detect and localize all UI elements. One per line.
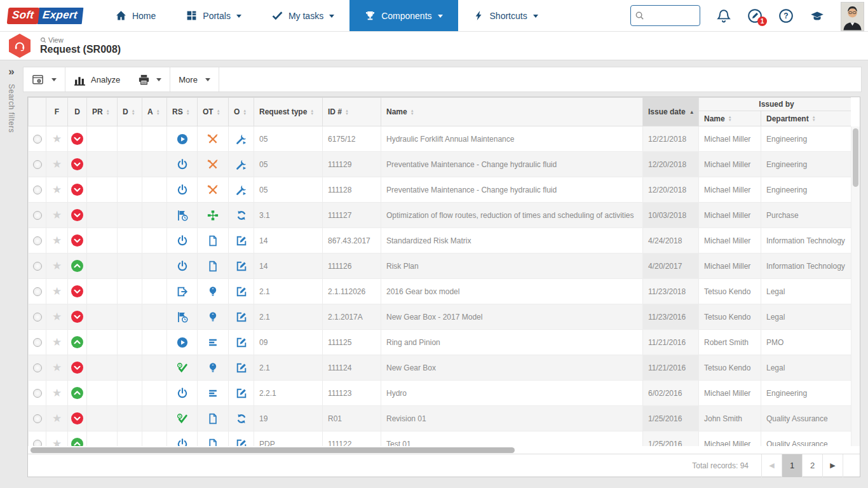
bulb-icon[interactable] <box>207 362 219 374</box>
table-row[interactable]: ★ 19 R01 Revision 01 1/25/2016 John Smit… <box>29 406 851 431</box>
col-request-type[interactable]: Request type▲▼ <box>254 98 323 126</box>
page-button-1[interactable]: 1 <box>782 454 803 477</box>
power-icon[interactable] <box>177 159 188 170</box>
search-filters-label[interactable]: Search filters <box>7 84 16 133</box>
lines-icon[interactable] <box>207 388 219 399</box>
nav-item-portals[interactable]: Portals <box>171 0 257 31</box>
table-row[interactable]: ★ PDP 111122 Test 01 1/25/2016 Michael M… <box>29 431 851 447</box>
lines-icon[interactable] <box>207 337 219 348</box>
table-row[interactable]: ★ 3.1 111127 Optimization of flow routes… <box>29 203 851 228</box>
vertical-scrollbar-thumb[interactable] <box>853 128 858 187</box>
vertical-scrollbar[interactable] <box>851 126 860 446</box>
edit-icon[interactable] <box>236 388 247 399</box>
feedback-pen-icon[interactable]: 1 <box>747 8 763 24</box>
edit-icon[interactable] <box>236 337 247 348</box>
prev-page-button[interactable]: ◀ <box>762 454 782 477</box>
play-circle-icon[interactable] <box>177 337 188 348</box>
table-row[interactable]: ★ 09 111125 Ring and Pinion 11/21/2016 R… <box>29 330 851 355</box>
col-ot[interactable]: OT▲▼ <box>198 98 229 126</box>
favorite-star-icon[interactable]: ★ <box>52 412 62 424</box>
row-select-radio[interactable] <box>33 287 42 296</box>
sync-icon[interactable] <box>236 210 247 221</box>
col-department[interactable]: Department▲▼ <box>761 111 851 126</box>
table-row[interactable]: ★ 2.1 2.1.112026 2016 Gear box model 11/… <box>29 279 851 304</box>
favorite-star-icon[interactable]: ★ <box>52 209 62 221</box>
row-select-radio[interactable] <box>33 363 42 372</box>
notifications-bell-icon[interactable] <box>716 8 731 24</box>
horizontal-scrollbar[interactable] <box>28 446 851 454</box>
view-options-button[interactable] <box>24 67 65 92</box>
bulb-icon[interactable] <box>207 286 219 297</box>
col-issue-date[interactable]: Issue date▲ <box>643 98 699 126</box>
power-icon[interactable] <box>177 388 188 399</box>
favorite-star-icon[interactable]: ★ <box>52 387 62 399</box>
col-favorite[interactable]: F <box>46 98 68 126</box>
nav-item-home[interactable]: Home <box>100 0 171 31</box>
row-select-radio[interactable] <box>33 135 42 144</box>
row-select-radio[interactable] <box>33 186 42 194</box>
edit-icon[interactable] <box>236 261 247 272</box>
nav-item-my-tasks[interactable]: My tasks <box>257 0 349 31</box>
edit-icon[interactable] <box>236 235 247 247</box>
print-button[interactable] <box>138 74 161 86</box>
tools-icon[interactable] <box>207 184 219 196</box>
favorite-star-icon[interactable]: ★ <box>52 362 62 374</box>
workflow-icon[interactable] <box>207 210 219 221</box>
tools-icon[interactable] <box>207 133 219 145</box>
col-pr[interactable]: PR▲▼ <box>87 98 118 126</box>
col-d2[interactable]: D▲▼ <box>118 98 142 126</box>
table-row[interactable]: ★ 2.1 111124 New Gear Box 11/21/2016 Tet… <box>29 355 851 381</box>
sync-icon[interactable] <box>236 413 247 424</box>
document-icon[interactable] <box>207 438 219 447</box>
favorite-star-icon[interactable]: ★ <box>52 184 62 196</box>
favorite-star-icon[interactable]: ★ <box>52 133 62 145</box>
edit-icon[interactable] <box>236 362 247 374</box>
row-select-radio[interactable] <box>33 440 42 446</box>
document-icon[interactable] <box>207 413 219 424</box>
academy-cap-icon[interactable] <box>810 8 825 24</box>
document-icon[interactable] <box>207 261 219 272</box>
favorite-star-icon[interactable]: ★ <box>52 336 62 348</box>
page-button-2[interactable]: 2 <box>803 454 823 477</box>
row-select-radio[interactable] <box>33 338 42 347</box>
help-icon[interactable]: ? <box>778 8 794 24</box>
flag-clock-icon[interactable] <box>177 210 188 221</box>
power-icon[interactable] <box>177 235 188 247</box>
col-o[interactable]: O▲▼ <box>229 98 254 126</box>
favorite-star-icon[interactable]: ★ <box>52 158 62 170</box>
table-row[interactable]: ★ 05 6175/12 Hydraulic Forklift Annual M… <box>29 126 851 152</box>
favorite-star-icon[interactable]: ★ <box>52 285 62 297</box>
more-button[interactable]: More <box>170 67 219 92</box>
tools-icon[interactable] <box>207 159 219 170</box>
horizontal-scrollbar-thumb[interactable] <box>31 447 515 453</box>
favorite-star-icon[interactable]: ★ <box>52 311 62 323</box>
col-status[interactable]: D <box>68 98 87 126</box>
row-select-radio[interactable] <box>33 414 42 423</box>
wrench-arrow-icon[interactable] <box>236 159 247 170</box>
row-select-radio[interactable] <box>33 236 42 245</box>
favorite-star-icon[interactable]: ★ <box>52 234 62 247</box>
row-select-radio[interactable] <box>33 211 42 220</box>
row-select-radio[interactable] <box>33 313 42 322</box>
softexpert-logo[interactable]: Soft Expert <box>0 0 100 31</box>
edit-icon[interactable] <box>236 286 247 297</box>
nav-item-components[interactable]: Components <box>349 0 458 31</box>
play-circle-icon[interactable] <box>177 133 188 145</box>
next-page-button[interactable]: ▶ <box>823 454 843 477</box>
table-row[interactable]: ★ 05 111129 Preventative Maintenance - C… <box>29 152 851 177</box>
analyze-button[interactable]: Analyze <box>74 74 120 86</box>
power-icon[interactable] <box>177 184 188 196</box>
flag-clock-icon[interactable] <box>177 311 188 323</box>
col-id[interactable]: ID #▲▼ <box>323 98 381 126</box>
check-clock-icon[interactable] <box>177 413 188 424</box>
table-row[interactable]: ★ 2.2.1 111123 Hydro 6/02/2016 Michael M… <box>29 381 851 406</box>
table-row[interactable]: ★ 14 867.43.2017 Standardized Risk Matri… <box>29 228 851 254</box>
row-select-radio[interactable] <box>33 262 42 271</box>
col-rs[interactable]: RS▲▼ <box>167 98 198 126</box>
edit-icon[interactable] <box>236 438 247 447</box>
nav-item-shortcuts[interactable]: Shortcuts <box>458 0 553 31</box>
bulb-icon[interactable] <box>207 311 219 323</box>
col-issued-name[interactable]: Name▲▼ <box>699 111 761 126</box>
col-a[interactable]: A▲▼ <box>142 98 167 126</box>
table-row[interactable]: ★ 05 111128 Preventative Maintenance - C… <box>29 177 851 203</box>
